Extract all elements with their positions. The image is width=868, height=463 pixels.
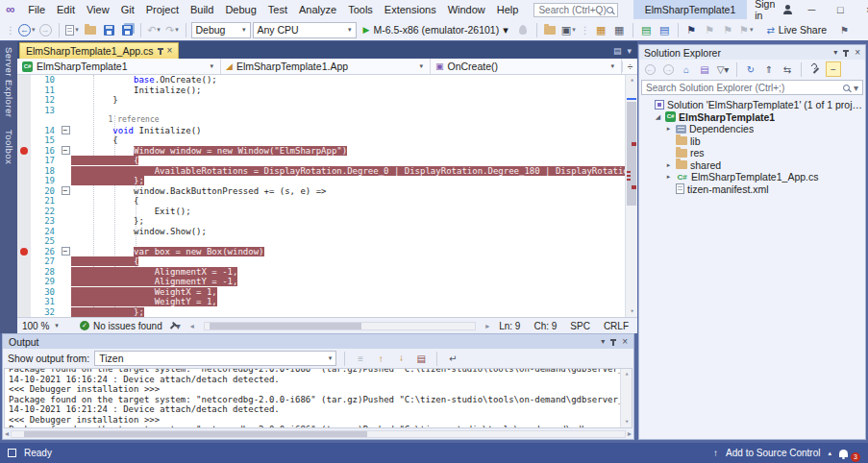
menu-view[interactable]: View — [81, 0, 115, 19]
pin-icon[interactable] — [612, 339, 614, 346]
column-indicator[interactable]: Ch: 9 — [533, 321, 557, 331]
se-home-button[interactable]: ⌂ — [679, 61, 694, 77]
scroll-right-arrow[interactable]: ▸ — [485, 322, 489, 330]
background-tasks-icon[interactable] — [8, 449, 16, 457]
output-panel-header[interactable]: Output ▾ × — [3, 334, 633, 349]
menu-test[interactable]: Test — [262, 0, 293, 19]
menu-window[interactable]: Window — [442, 0, 491, 19]
next-message-button[interactable]: ↑ — [393, 351, 409, 366]
new-file-button[interactable]: ▾ — [64, 22, 81, 38]
preview-selected-items-button[interactable]: − — [826, 61, 841, 77]
add-to-source-control-button[interactable]: Add to Source Control — [726, 448, 820, 458]
eol-indicator[interactable]: CRLF — [604, 321, 629, 331]
tree-expander-icon[interactable]: ◢ — [654, 113, 662, 121]
window-position-icon[interactable]: ▾ — [833, 48, 837, 57]
next-bookmark-button[interactable]: ⚑ — [720, 22, 736, 38]
scroll-up-arrow[interactable]: ▴ — [621, 369, 632, 379]
chevron-down-icon[interactable]: ▾ — [627, 46, 632, 56]
redo-button[interactable]: ↷▾ — [164, 22, 181, 38]
breakpoint-dot[interactable] — [20, 147, 28, 155]
project-dropdown[interactable]: C# ElmSharpTemplate1 ▾ — [17, 59, 221, 74]
zoom-dropdown[interactable]: 100 % ▾ — [22, 321, 70, 331]
collapse-toggle-icon[interactable]: − — [62, 146, 70, 155]
code-text[interactable]: }; — [71, 176, 625, 186]
start-debugging-button[interactable]: ▶ M-6.5-x86 (emulator-26101) ▾ — [359, 21, 513, 38]
code-cleanup-button[interactable]: ▾ — [172, 321, 181, 331]
scrollbar-thumb[interactable] — [210, 323, 361, 329]
menu-extensions[interactable]: Extensions — [379, 0, 442, 19]
tree-item-dependencies[interactable]: ▸Dependencies — [639, 123, 865, 135]
output-horizontal-scrollbar[interactable]: ◂ ▸ — [3, 428, 633, 439]
code-text[interactable]: AlignmentY = -1, — [71, 277, 625, 287]
clear-bookmarks-button[interactable]: ⚑▾ — [738, 22, 755, 38]
navigate-backward-button[interactable]: ←▾ — [18, 22, 36, 38]
breakpoint-dot[interactable] — [20, 248, 28, 256]
code-text[interactable]: }; — [71, 307, 625, 318]
code-text[interactable]: var box = new Box(window) — [71, 247, 625, 257]
switch-views-button[interactable]: ▤ — [697, 61, 712, 77]
window-position-icon[interactable]: ▾ — [601, 337, 605, 346]
close-icon[interactable]: × — [622, 336, 628, 347]
tree-expander-icon[interactable]: ▸ — [664, 125, 673, 133]
solution-explorer-header[interactable]: Solution Explorer ▾ × — [639, 45, 865, 60]
code-text[interactable]: { — [71, 196, 625, 207]
tree-expander-icon[interactable]: ▸ — [664, 161, 673, 169]
menu-project[interactable]: Project — [140, 0, 185, 19]
notifications-bell-icon[interactable] — [839, 450, 848, 457]
find-in-files-button[interactable] — [542, 22, 558, 38]
properties-button[interactable] — [807, 61, 823, 77]
menu-analyze[interactable]: Analyze — [293, 0, 342, 19]
scroll-left-arrow[interactable]: ◂ — [190, 322, 194, 330]
scroll-down-arrow[interactable]: ▾ — [621, 417, 632, 427]
collapse-all-button[interactable]: ⇑ — [761, 61, 777, 77]
close-button[interactable]: × — [855, 0, 868, 19]
fold-margin-cell[interactable]: − — [60, 146, 71, 155]
code-text[interactable]: window.Show(); — [71, 227, 625, 237]
minimize-button[interactable]: ─ — [797, 0, 826, 19]
scroll-right-arrow[interactable]: ▸ — [628, 429, 632, 438]
line-indicator[interactable]: Ln: 9 — [499, 321, 520, 331]
issues-indicator[interactable]: ✓ No issues found — [80, 321, 162, 331]
live-share-button[interactable]: ⇄ Live Share ⚑ — [766, 24, 864, 36]
codelens-text[interactable]: 1 reference — [71, 115, 625, 126]
breakpoint-margin-cell[interactable] — [17, 147, 31, 155]
tizen-capture-button[interactable]: ▣▾ — [560, 22, 577, 38]
menu-git[interactable]: Git — [115, 0, 140, 19]
tree-item-elmsharptemplate1-app-cs[interactable]: ▸C#ElmSharpTemplate1_App.cs — [639, 171, 865, 183]
tizen-emulator-manager-button[interactable]: ▦ — [593, 22, 609, 38]
solution-configuration-dropdown[interactable]: Debug ▾ — [191, 22, 251, 38]
collapse-toggle-icon[interactable]: − — [62, 126, 70, 134]
document-tab[interactable]: ElmSharpTemplate1_App.cs × — [19, 42, 179, 59]
code-text[interactable]: AvailableRotations = DisplayRotation.Deg… — [71, 166, 625, 177]
scrollbar-thumb[interactable] — [627, 102, 636, 206]
scroll-up-arrow[interactable]: ▴ — [626, 75, 637, 85]
type-dropdown[interactable]: ◢ ElmSharpTemplate1.App ▾ — [221, 59, 431, 74]
output-source-dropdown[interactable]: Tizen ▾ — [94, 351, 336, 366]
chevron-up-icon[interactable]: ▴ — [828, 450, 831, 457]
collapse-toggle-icon[interactable]: − — [62, 247, 70, 256]
maximize-button[interactable]: □ — [826, 0, 855, 19]
fold-margin-cell[interactable]: − — [60, 126, 71, 134]
code-text[interactable]: Initialize(); — [71, 85, 625, 96]
tree-item-tizen-manifest-xml[interactable]: tizen-manifest.xml — [639, 183, 865, 196]
se-forward-button[interactable]: → — [660, 61, 676, 77]
pin-icon[interactable] — [160, 48, 161, 55]
code-text[interactable]: { — [71, 156, 625, 166]
previous-message-button[interactable]: ↑ — [373, 351, 388, 366]
toggle-bookmark-button[interactable]: ⚑ — [683, 22, 700, 38]
solution-explorer-search-box[interactable]: Search Solution Explorer (Ctrl+;) ▾ — [641, 80, 863, 95]
output-vertical-scrollbar[interactable]: ▴ ▾ — [620, 369, 632, 427]
output-log[interactable]: Package found on the target system: "net… — [4, 368, 632, 428]
scrollbar-thumb[interactable] — [24, 431, 367, 437]
encoding-indicator[interactable]: SPC — [570, 321, 590, 331]
solution-platform-dropdown[interactable]: Any CPU ▾ — [253, 22, 357, 38]
code-text[interactable]: WeightY = 1, — [71, 297, 625, 307]
save-button[interactable] — [101, 22, 117, 38]
open-file-button[interactable] — [83, 22, 99, 38]
navigate-forward-button[interactable]: → — [37, 22, 54, 38]
tree-item-solution-elmsharptemplate1-1-of-1-project[interactable]: Solution 'ElmSharpTemplate1' (1 of 1 pro… — [639, 99, 865, 111]
code-text[interactable]: base.OnCreate(); — [71, 75, 625, 85]
scroll-left-arrow[interactable]: ◂ — [5, 429, 9, 438]
sign-in-button[interactable]: Sign in — [747, 0, 797, 21]
tizen-certificate-manager-button[interactable]: ▤ — [657, 22, 673, 38]
